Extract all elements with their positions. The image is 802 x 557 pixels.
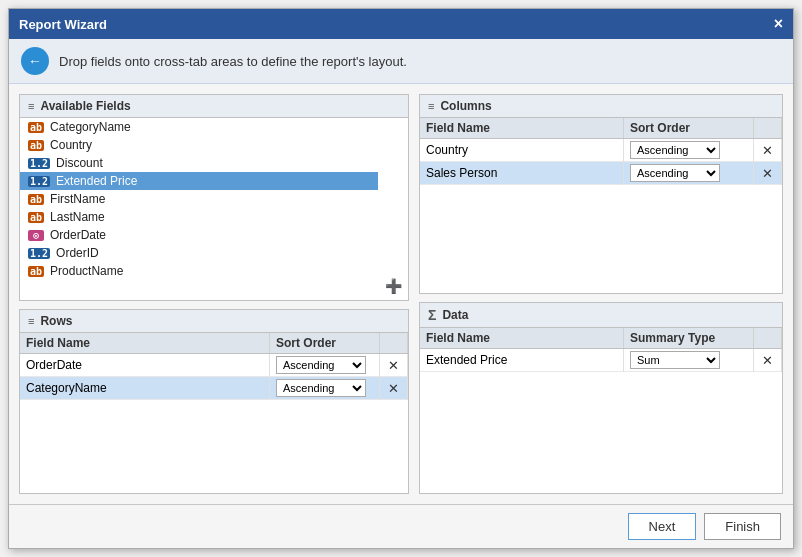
data-summary-col-header: Summary Type [624,328,754,349]
add-to-area-icon: ➕ [385,278,402,294]
field-item[interactable]: 1.2Discount [20,154,378,172]
rows-table-wrapper: Field Name Sort Order OrderDateAscending… [20,333,408,493]
field-item[interactable]: abCategoryName [20,118,378,136]
col-remove-cell: ✕ [754,139,782,162]
col-sort-select[interactable]: AscendingDescending [630,141,720,159]
row-field-name: CategoryName [20,377,270,400]
row-sort-select[interactable]: AscendingDescending [276,379,366,397]
row-sort-cell: AscendingDescending [270,354,380,377]
remove-col-button[interactable]: ✕ [760,166,775,181]
table-row: CountryAscendingDescending✕ [420,139,782,162]
field-item[interactable]: abProductName [20,262,378,280]
data-field-name: Extended Price [420,349,624,372]
field-type-icon: 1.2 [28,158,50,169]
dialog-title: Report Wizard [19,17,107,32]
available-fields-content: abCategoryNameabCountry1.2Discount1.2Ext… [20,118,408,300]
col-sort-cell: AscendingDescending [624,162,754,185]
data-header: Σ Data [420,303,782,328]
field-type-icon: ab [28,194,44,205]
finish-button[interactable]: Finish [704,513,781,540]
columns-title: Columns [440,99,491,113]
table-row: Extended PriceSumAverageCountMinMax✕ [420,349,782,372]
field-type-icon: ab [28,266,44,277]
row-remove-cell: ✕ [380,354,408,377]
back-icon: ← [28,53,42,69]
content-area: ≡ Available Fields abCategoryNameabCount… [9,84,793,504]
footer: Next Finish [9,504,793,548]
col-remove-cell: ✕ [754,162,782,185]
instruction-text: Drop fields onto cross-tab areas to defi… [59,54,407,69]
row-sort-select[interactable]: AscendingDescending [276,356,366,374]
remove-col-button[interactable]: ✕ [760,143,775,158]
columns-table-wrapper: Field Name Sort Order CountryAscendingDe… [420,118,782,293]
columns-icon: ≡ [428,100,434,112]
data-title: Data [442,308,468,322]
field-item[interactable]: 1.2OrderID [20,244,378,262]
row-field-name: OrderDate [20,354,270,377]
columns-panel: ≡ Columns Field Name Sort Order [419,94,783,294]
field-type-icon: ab [28,122,44,133]
available-fields-icon: ≡ [28,100,34,112]
remove-data-button[interactable]: ✕ [760,353,775,368]
data-table: Field Name Summary Type Extended PriceSu… [420,328,782,372]
col-field-name: Country [420,139,624,162]
field-item[interactable]: abCountry [20,136,378,154]
rows-sort-col-header: Sort Order [270,333,380,354]
field-item[interactable]: 1.2Extended Price [20,172,378,190]
table-row: Sales PersonAscendingDescending✕ [420,162,782,185]
columns-remove-col-header [754,118,782,139]
row-remove-cell: ✕ [380,377,408,400]
available-fields-header: ≡ Available Fields [20,95,408,118]
rows-title: Rows [40,314,72,328]
field-name: ProductName [50,264,123,278]
back-button[interactable]: ← [21,47,49,75]
report-wizard-dialog: Report Wizard × ← Drop fields onto cross… [8,8,794,549]
field-type-icon: ab [28,212,44,223]
available-fields-panel: ≡ Available Fields abCategoryNameabCount… [19,94,409,301]
field-name: FirstName [50,192,105,206]
columns-sort-col-header: Sort Order [624,118,754,139]
data-field-col-header: Field Name [420,328,624,349]
rows-remove-col-header [380,333,408,354]
col-sort-select[interactable]: AscendingDescending [630,164,720,182]
field-type-icon: ab [28,140,44,151]
columns-header: ≡ Columns [420,95,782,118]
columns-field-col-header: Field Name [420,118,624,139]
rows-panel: ≡ Rows Field Name Sort Order Or [19,309,409,494]
field-item[interactable]: abFirstName [20,190,378,208]
field-item[interactable]: ⊙OrderDate [20,226,378,244]
rows-table: Field Name Sort Order OrderDateAscending… [20,333,408,400]
table-row: OrderDateAscendingDescending✕ [20,354,408,377]
data-remove-col-header [754,328,782,349]
right-panel: ≡ Columns Field Name Sort Order [419,94,783,494]
rows-field-col-header: Field Name [20,333,270,354]
col-field-name: Sales Person [420,162,624,185]
data-table-wrapper: Field Name Summary Type Extended PriceSu… [420,328,782,493]
data-sigma-icon: Σ [428,307,436,323]
data-summary-select[interactable]: SumAverageCountMinMax [630,351,720,369]
remove-row-button[interactable]: ✕ [386,358,401,373]
field-name: CategoryName [50,120,131,134]
row-sort-cell: AscendingDescending [270,377,380,400]
remove-row-button[interactable]: ✕ [386,381,401,396]
field-name: LastName [50,210,105,224]
available-fields-title: Available Fields [40,99,130,113]
field-name: Extended Price [56,174,137,188]
close-button[interactable]: × [774,15,783,33]
field-list: abCategoryNameabCountry1.2Discount1.2Ext… [20,118,378,300]
data-remove-cell: ✕ [754,349,782,372]
instruction-bar: ← Drop fields onto cross-tab areas to de… [9,39,793,84]
data-panel: Σ Data Field Name Summary Type [419,302,783,494]
field-name: Country [50,138,92,152]
field-type-icon: ⊙ [28,230,44,241]
columns-table: Field Name Sort Order CountryAscendingDe… [420,118,782,185]
field-item[interactable]: abLastName [20,208,378,226]
field-type-icon: 1.2 [28,176,50,187]
col-sort-cell: AscendingDescending [624,139,754,162]
next-button[interactable]: Next [628,513,697,540]
field-drag-area: ➕ [378,118,408,300]
field-name: OrderID [56,246,99,260]
data-summary-cell: SumAverageCountMinMax [624,349,754,372]
rows-header: ≡ Rows [20,310,408,333]
field-name: Discount [56,156,103,170]
